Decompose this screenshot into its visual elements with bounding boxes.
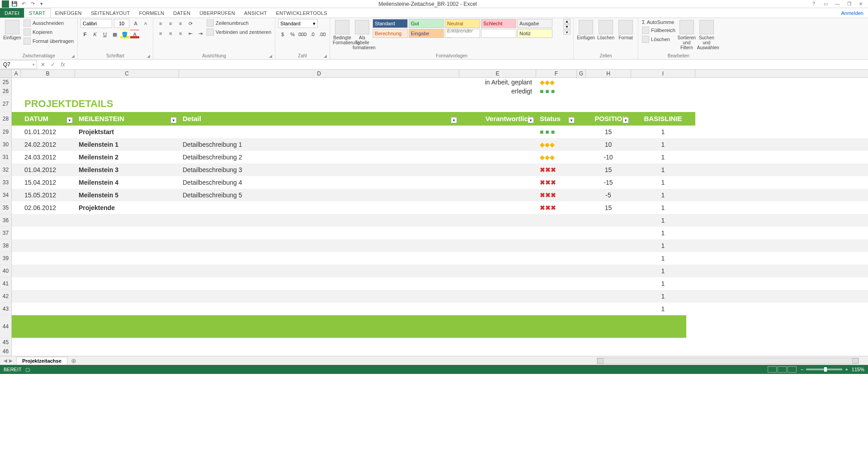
cell-basislinie[interactable]: 1 xyxy=(631,290,695,303)
ribbon-toggle-icon[interactable]: ▭ xyxy=(820,1,831,7)
cell-style-item[interactable]: Eingabe xyxy=(409,29,444,38)
row-header[interactable]: 45 xyxy=(0,338,12,347)
cell-meilenstein[interactable]: Meilenstein 5 xyxy=(75,189,179,201)
decrease-font-icon[interactable]: A xyxy=(141,19,150,28)
col-header[interactable]: D xyxy=(179,70,459,77)
merge-button[interactable]: Verbinden und zentrieren xyxy=(206,28,272,36)
cell-meilenstein[interactable]: Projektstart xyxy=(75,126,179,138)
align-bottom-icon[interactable]: ≡ xyxy=(176,19,185,28)
cell-verantwortlich[interactable] xyxy=(459,163,536,176)
table-row[interactable]: 41 1 xyxy=(0,277,868,290)
autosum-button[interactable]: ΣAutoSumme xyxy=(641,19,676,25)
underline-button[interactable]: U xyxy=(100,30,109,39)
cell-datum[interactable]: 01.01.2012 xyxy=(21,126,75,138)
conditional-formatting-button[interactable]: Bedingte Formatierung xyxy=(333,19,352,45)
row-header[interactable]: 31 xyxy=(0,151,12,163)
cell-styles-gallery[interactable]: StandardGutNeutralSchlechtAusgabeBerechn… xyxy=(373,19,562,38)
cell-status[interactable]: ✖✖✖ xyxy=(536,163,577,176)
cell-position[interactable]: -10 xyxy=(586,151,631,163)
redo-icon[interactable]: ↷ xyxy=(29,1,36,7)
undo-icon[interactable]: ↶ xyxy=(20,1,27,7)
cell-datum[interactable]: 24.03.2012 xyxy=(21,151,75,163)
filter-icon[interactable]: ▾ xyxy=(568,117,575,123)
col-header[interactable]: I xyxy=(631,70,695,77)
format-cells-button[interactable]: Format xyxy=(616,19,635,40)
col-header[interactable]: C xyxy=(75,70,179,77)
cell-detail[interactable]: Detailbeschreibung 1 xyxy=(179,138,459,151)
fill-button[interactable]: Füllbereich xyxy=(641,26,676,34)
close-icon[interactable]: ✕ xyxy=(855,1,866,7)
cell-position[interactable]: 15 xyxy=(586,163,631,176)
table-row[interactable]: 30 24.02.2012 Meilenstein 1 Detailbeschr… xyxy=(0,138,868,151)
cell-verantwortlich[interactable] xyxy=(459,201,536,214)
row-header[interactable]: 30 xyxy=(0,138,12,151)
select-all-corner[interactable] xyxy=(0,70,12,77)
insert-cells-button[interactable]: Einfügen xyxy=(576,19,595,40)
table-row[interactable]: 38 1 xyxy=(0,239,868,252)
table-row[interactable]: 40 1 xyxy=(0,265,868,277)
col-header[interactable]: G xyxy=(577,70,586,77)
row-header[interactable]: 25 xyxy=(0,78,12,87)
col-header[interactable]: E xyxy=(459,70,536,77)
decrease-indent-icon[interactable]: ⇤ xyxy=(186,29,195,38)
number-format-select[interactable]: Standard▾ xyxy=(278,19,318,28)
cell-basislinie[interactable]: 1 xyxy=(631,201,695,214)
find-select-button[interactable]: Suchen und Auswählen xyxy=(697,19,716,50)
cell-meilenstein[interactable]: Projektende xyxy=(75,201,179,214)
cell-basislinie[interactable]: 1 xyxy=(631,138,695,151)
italic-button[interactable]: K xyxy=(90,30,99,39)
cell-style-item[interactable]: Gut xyxy=(409,19,444,28)
cell-detail[interactable] xyxy=(179,201,459,214)
cell-basislinie[interactable]: 1 xyxy=(631,126,695,138)
table-row[interactable]: 45 xyxy=(0,338,868,347)
table-row[interactable]: 46 xyxy=(0,347,868,356)
cell-verantwortlich[interactable] xyxy=(459,176,536,189)
cell-detail[interactable]: Detailbeschreibung 4 xyxy=(179,176,459,189)
currency-icon[interactable]: $ xyxy=(278,30,287,39)
font-size-input[interactable] xyxy=(114,19,129,28)
cell-style-item[interactable]: Notiz xyxy=(517,29,552,38)
cell-position[interactable]: 15 xyxy=(586,201,631,214)
increase-decimal-icon[interactable]: .0 xyxy=(308,30,317,39)
cell-datum[interactable]: 24.02.2012 xyxy=(21,138,75,151)
cell-style-item[interactable]: Standard xyxy=(373,19,408,28)
border-button[interactable]: ▦ xyxy=(110,30,119,39)
sheet-nav-first-icon[interactable]: ◀ xyxy=(4,358,7,363)
row-header[interactable]: 34 xyxy=(0,189,12,201)
zoom-level[interactable]: 115% xyxy=(852,367,864,372)
table-row[interactable]: 43 1 xyxy=(0,303,868,315)
maximize-icon[interactable]: ❐ xyxy=(844,1,854,7)
table-row[interactable]: 29 01.01.2012 Projektstart ■ ■ ■ 15 1 xyxy=(0,126,868,138)
row-header[interactable]: 33 xyxy=(0,176,12,189)
table-row[interactable]: 42 1 xyxy=(0,290,868,303)
cell-style-item[interactable]: Ausgabe xyxy=(517,19,552,28)
cell-position[interactable]: 15 xyxy=(586,126,631,138)
zoom-slider[interactable] xyxy=(806,369,842,370)
font-color-button[interactable]: A xyxy=(130,30,139,39)
table-row[interactable]: 35 02.06.2012 Projektende ✖✖✖ 15 1 xyxy=(0,201,868,214)
cell-basislinie[interactable]: 1 xyxy=(631,265,695,277)
cell-verantwortlich[interactable] xyxy=(459,138,536,151)
tab-developer[interactable]: ENTWICKLERTOOLS xyxy=(271,8,332,18)
row-header[interactable]: 40 xyxy=(0,265,12,277)
increase-font-icon[interactable]: A xyxy=(131,19,140,28)
cell-style-item[interactable]: Berechnung xyxy=(373,29,408,38)
tab-file[interactable]: DATEI xyxy=(0,8,24,18)
align-center-icon[interactable]: ≡ xyxy=(166,29,175,38)
cell-style-item[interactable] xyxy=(481,29,516,38)
name-box[interactable]: Q7▾ xyxy=(1,60,37,69)
align-right-icon[interactable]: ≡ xyxy=(176,29,185,38)
font-name-input[interactable] xyxy=(80,19,112,28)
wrap-text-button[interactable]: Zeilenumbruch xyxy=(206,19,272,27)
tab-start[interactable]: START xyxy=(24,8,51,18)
cell-status[interactable]: ■ ■ ■ xyxy=(536,126,577,138)
minimize-icon[interactable]: — xyxy=(832,1,843,7)
filter-icon[interactable]: ▾ xyxy=(170,117,177,123)
cell-style-item[interactable]: Neutral xyxy=(445,19,480,28)
page-break-view-icon[interactable] xyxy=(788,366,797,373)
cell-basislinie[interactable]: 1 xyxy=(631,214,695,227)
col-header[interactable]: A xyxy=(12,70,21,77)
cell-detail[interactable] xyxy=(179,126,459,138)
row-header[interactable]: 29 xyxy=(0,126,12,138)
cell-basislinie[interactable]: 1 xyxy=(631,189,695,201)
